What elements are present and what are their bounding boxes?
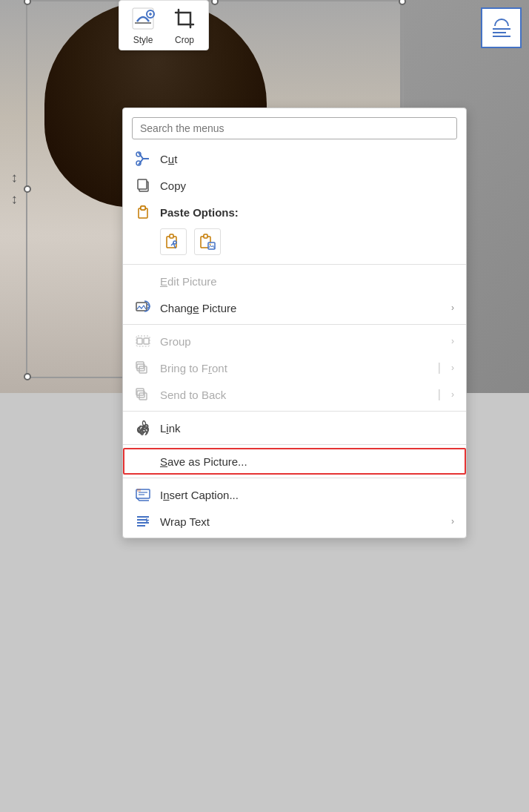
thumb-arc-icon — [494, 19, 509, 26]
arrow-icon-1: ↔ — [7, 172, 22, 185]
send-to-back-icon — [135, 386, 151, 403]
svg-point-16 — [210, 244, 211, 245]
svg-rect-32 — [137, 489, 141, 492]
insert-caption-icon — [135, 486, 151, 503]
search-box — [123, 111, 466, 145]
menu-save-as-picture-label: Save as Picture... — [160, 455, 454, 468]
menu-item-paste-options: Paste Options: — [123, 199, 466, 225]
handle-bottom-left[interactable] — [24, 373, 31, 380]
menu-item-link[interactable]: Link — [123, 415, 466, 441]
menu-item-edit-picture: Edit Picture — [123, 268, 466, 294]
group-icon — [135, 333, 151, 349]
crop-icon — [171, 5, 198, 32]
divider-5 — [123, 478, 466, 478]
svg-rect-26 — [139, 393, 147, 400]
wrap-text-icon — [135, 513, 151, 529]
send-to-back-chevron: › — [451, 389, 454, 400]
group-chevron: › — [451, 336, 454, 346]
menu-bring-to-front-label: Bring to Front — [160, 362, 429, 374]
menu-item-bring-to-front: Bring to Front | › — [123, 354, 466, 381]
menu-item-send-to-back: Send to Back | › — [123, 381, 466, 408]
menu-cut-label: Cut — [160, 153, 454, 165]
toolbar-crop[interactable]: Crop — [171, 5, 198, 45]
divider-1 — [123, 264, 466, 265]
handle-middle-left[interactable] — [24, 185, 31, 193]
menu-wrap-text-label: Wrap Text — [160, 515, 442, 528]
bring-to-front-icon — [135, 360, 151, 376]
menu-insert-caption-label: Insert Caption... — [160, 489, 454, 501]
handle-top-middle[interactable] — [211, 0, 219, 5]
svg-rect-0 — [133, 8, 153, 29]
menu-send-to-back-label: Send to Back — [160, 389, 429, 401]
cut-icon — [135, 151, 151, 167]
context-menu: Cut Copy Paste Options: — [122, 108, 467, 538]
bring-to-front-chevron: › — [451, 363, 454, 373]
menu-item-insert-caption[interactable]: Insert Caption... — [123, 481, 466, 508]
resize-arrows: ↔ ↔ — [7, 171, 21, 208]
arrow-icon-2: ↔ — [7, 194, 22, 207]
svg-rect-11 — [170, 234, 173, 238]
edit-picture-icon — [135, 273, 151, 289]
change-picture-chevron: › — [451, 303, 454, 313]
svg-rect-17 — [136, 303, 147, 311]
thumbnail-box[interactable] — [481, 7, 522, 48]
svg-point-12 — [173, 241, 176, 244]
menu-group-label: Group — [160, 335, 442, 348]
toolbar-crop-label: Crop — [175, 35, 194, 45]
svg-rect-6 — [138, 179, 147, 189]
toolbar-style[interactable]: Style — [130, 5, 156, 45]
menu-change-picture-label: Change Picture — [160, 302, 442, 314]
menu-item-change-picture[interactable]: Change Picture › — [123, 294, 466, 321]
svg-rect-21 — [139, 366, 147, 373]
toolbar: Style Crop — [119, 0, 209, 50]
copy-icon — [135, 177, 151, 194]
bring-to-front-pipe: | — [438, 361, 441, 374]
link-icon — [135, 420, 151, 436]
thumb-lines-icon — [493, 28, 510, 37]
search-input[interactable] — [132, 117, 457, 139]
menu-item-cut[interactable]: Cut — [123, 145, 466, 172]
paste-picture-btn[interactable] — [194, 228, 221, 255]
svg-rect-14 — [204, 234, 207, 238]
style-icon — [130, 5, 156, 32]
svg-rect-20 — [136, 336, 150, 346]
svg-rect-19 — [144, 338, 149, 344]
menu-link-label: Link — [160, 422, 454, 435]
paste-options-row — [123, 225, 466, 261]
divider-4 — [123, 444, 466, 445]
svg-rect-15 — [208, 242, 215, 249]
divider-3 — [123, 411, 466, 412]
send-to-back-pipe: | — [438, 388, 441, 401]
menu-item-copy[interactable]: Copy — [123, 172, 466, 199]
toolbar-style-label: Style — [133, 35, 153, 45]
menu-paste-options-label: Paste Options: — [160, 206, 454, 219]
menu-item-save-as-picture[interactable]: Save as Picture... — [123, 448, 466, 475]
menu-item-group: Group › — [123, 328, 466, 354]
save-as-picture-icon — [135, 453, 151, 469]
paste-options-icon — [135, 204, 151, 220]
handle-top-left[interactable] — [24, 0, 31, 5]
menu-item-wrap-text[interactable]: Wrap Text › — [123, 508, 466, 535]
svg-rect-9 — [141, 206, 145, 210]
change-picture-icon — [135, 300, 151, 316]
menu-edit-picture-label: Edit Picture — [160, 275, 454, 288]
paste-keep-formatting-btn[interactable] — [160, 228, 187, 255]
svg-rect-18 — [137, 338, 142, 344]
menu-copy-label: Copy — [160, 179, 454, 192]
divider-2 — [123, 324, 466, 325]
wrap-text-chevron: › — [451, 516, 454, 527]
